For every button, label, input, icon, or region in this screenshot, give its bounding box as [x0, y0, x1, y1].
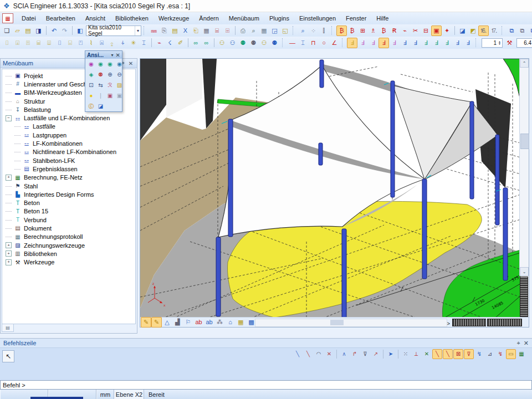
cursor-mode-button[interactable]: ↖ — [2, 350, 14, 362]
perspective-button[interactable]: ◪ — [96, 101, 105, 111]
clipboard-view-button[interactable]: Ⓒ — [86, 101, 96, 111]
circle-button[interactable]: ○ — [319, 38, 329, 48]
tree-item-lf-kombinationen[interactable]: ⚍LF-Kombinationen — [2, 139, 135, 147]
gallery-button[interactable]: ◲ — [269, 25, 280, 36]
window-button[interactable]: ◧ — [75, 25, 85, 36]
wireframe-button[interactable]: ✎ — [141, 317, 151, 328]
snap-center[interactable]: ◠ — [314, 349, 324, 359]
redo-button[interactable]: ↷ — [59, 25, 70, 36]
grid-tool-button[interactable]: ⁘ — [308, 25, 319, 36]
angle-button[interactable]: ∠ — [329, 38, 340, 48]
toolbar-button[interactable]: Ꞧ — [389, 25, 400, 36]
viewport-3d[interactable]: 1730 14085 575 z x — [140, 58, 529, 328]
zoom-in-button[interactable]: ⊕ — [105, 70, 115, 79]
open-view-button[interactable]: ▨ — [115, 80, 124, 90]
tree-item-bibliotheken[interactable]: +▥Bibliotheken — [2, 249, 135, 258]
zoom-extents-button[interactable]: ⇆ — [96, 80, 105, 90]
view-x-button[interactable]: ◉ — [86, 59, 96, 69]
view-z-button[interactable]: ◉ — [105, 59, 115, 69]
horizontal-scrollbar[interactable] — [255, 319, 447, 327]
scroll-down-button[interactable]: ⌄ — [520, 267, 529, 276]
tree-tab[interactable]: ▤ — [2, 324, 14, 332]
toolbar-button[interactable]: ⌶ — [139, 38, 149, 48]
factor-spinner[interactable]: 6.4 ▲▼ — [516, 38, 532, 48]
chevron-down-icon[interactable]: ▾ — [135, 26, 139, 35]
toolbar-button[interactable]: Ⅎ — [389, 38, 400, 48]
tree-item-verbund[interactable]: TVerbund — [2, 216, 135, 224]
tree-item-ergebnisklassen[interactable]: ▤Ergebnisklassen — [2, 165, 135, 173]
status-unit[interactable]: mm — [96, 390, 114, 399]
view-person-button[interactable]: ⚉ — [96, 70, 105, 79]
toolbar-button[interactable]: ⊽ — [360, 349, 370, 359]
model-button[interactable]: ⌂ — [225, 317, 236, 328]
picture-button[interactable]: ◱ — [280, 25, 290, 36]
calculator-button[interactable]: ▦ — [259, 25, 269, 36]
toolbar-button[interactable]: ↱ — [350, 349, 360, 359]
toolbar-button[interactable]: ∞ — [191, 38, 201, 48]
toolbar-button[interactable]: Ⅎ — [378, 38, 389, 48]
toolbar-button[interactable]: ⚉ — [238, 38, 248, 48]
expand-icon[interactable]: + — [6, 250, 12, 257]
toolbar-button[interactable]: ⊠ — [453, 349, 463, 359]
snap-midpoint[interactable]: ╲ — [303, 349, 313, 359]
tree-item-berechnung-fe-netz[interactable]: +▦Berechnung, FE-Netz — [2, 173, 135, 182]
tree-item-lastgruppen[interactable]: ⚍Lastgruppen — [2, 131, 135, 139]
vertical-scrollbar[interactable]: ⌃ ⌄ — [519, 59, 529, 276]
expand-icon[interactable]: + — [6, 242, 12, 248]
zoom-out-button[interactable]: ⊖ — [115, 70, 124, 79]
toolbar-button[interactable]: ⊞ — [357, 25, 368, 36]
toolbar-button[interactable]: ✂ — [410, 25, 421, 36]
toolbar-button[interactable]: Ⅎ — [442, 38, 452, 48]
command-panel-header[interactable]: Befehlszeile ⌖ ✕ — [0, 339, 532, 348]
values-button[interactable]: ab — [204, 317, 214, 328]
toolbar-button[interactable]: ⚉ — [269, 38, 280, 48]
tree-item-zeichnungswerkzeuge[interactable]: +▨Zeichnungswerkzeuge — [2, 241, 135, 249]
print-button[interactable]: ⎙ — [238, 25, 248, 36]
view-axo-button[interactable]: ◉ — [115, 59, 124, 69]
toolbar-button[interactable]: ⌻ — [65, 38, 75, 48]
toolbar-button[interactable]: ↯ — [495, 349, 505, 359]
toolbar-button[interactable]: ◪ — [457, 25, 468, 36]
toolbar-button[interactable]: ⍐ — [23, 38, 33, 48]
toolbar-button[interactable]: ╲ — [432, 349, 442, 359]
menu-item-einstellungen[interactable]: Einstellungen — [294, 14, 341, 23]
snap-endpoint[interactable]: ╲ — [293, 349, 303, 359]
tree-item-integriertes-design-forms[interactable]: ▙Integriertes Design Forms — [2, 190, 135, 198]
scroll-up-button[interactable]: ⌃ — [520, 59, 529, 68]
surface-button[interactable]: ▦ — [236, 317, 246, 328]
toolbar-button[interactable]: ⚇ — [217, 38, 227, 48]
snap-intersection[interactable]: ✕ — [324, 349, 334, 359]
line-button[interactable]: — — [287, 38, 298, 48]
toolbar-button[interactable]: ⧉ — [507, 25, 517, 36]
toolbar-button[interactable]: ⚒ — [504, 38, 515, 48]
toolbar-button[interactable]: ⊟ — [421, 25, 431, 36]
target-button[interactable]: ✦ — [442, 25, 452, 36]
bed-button[interactable]: ⌸ — [212, 25, 222, 36]
toolbar-button[interactable]: Ⅎ — [421, 38, 431, 48]
combination-button[interactable]: ▣ — [431, 25, 442, 36]
tree-item-beton[interactable]: TBeton — [2, 198, 135, 207]
cut-tool[interactable]: ⌁ — [154, 38, 165, 48]
toolbar-button[interactable]: ⍍ — [44, 38, 54, 48]
clipboard-button[interactable]: ⎗ — [191, 25, 201, 36]
menu-item-werkzeuge[interactable]: Werkzeuge — [154, 14, 194, 23]
toolbar-button[interactable]: ₿ — [347, 25, 357, 36]
xy-button[interactable]: Χ — [180, 25, 191, 36]
tree-item-dokument[interactable]: ▤Dokument — [2, 224, 135, 232]
toolbar-button[interactable]: ╲ — [443, 349, 453, 359]
toolbar-button[interactable]: ⒘ — [489, 25, 499, 36]
expand-icon[interactable]: + — [6, 259, 12, 265]
pin-icon[interactable]: ⌖ — [517, 340, 520, 347]
load-case-button[interactable]: ₿ — [336, 25, 347, 36]
toolbar-button[interactable]: ⌸ — [33, 38, 44, 48]
cursor-snap-button[interactable]: ➤ — [386, 349, 396, 359]
tree-item-stahl[interactable]: ⚑Stahl — [2, 182, 135, 190]
toolbar-button[interactable]: ✐ — [175, 38, 186, 48]
toolbar-button[interactable]: ⍓ — [96, 38, 107, 48]
toolbar-button[interactable]: ∧ — [339, 349, 349, 359]
new-project-button[interactable]: ❏ — [2, 25, 12, 36]
command-input[interactable]: Befehl > — [0, 380, 532, 390]
toolbar-button[interactable]: ⍗ — [12, 38, 23, 48]
toolbar-button[interactable]: ⚇ — [259, 38, 269, 48]
toolbar-button[interactable]: ⚇ — [227, 38, 238, 48]
